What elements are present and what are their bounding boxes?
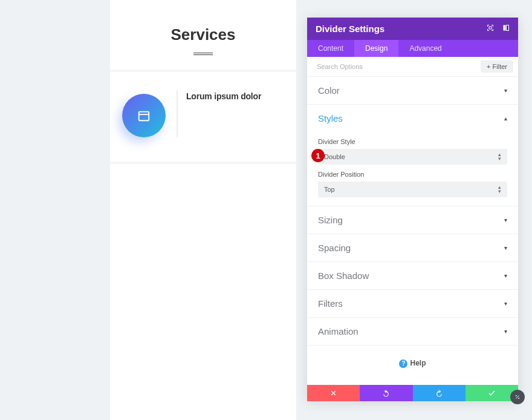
tab-content[interactable]: Content — [307, 40, 354, 57]
filter-button[interactable]: + Filter — [481, 61, 513, 73]
divider-style-label: Divider Style — [318, 138, 507, 145]
section-label-spacing: Spacing — [318, 243, 351, 253]
help-icon: ? — [399, 359, 407, 368]
chevron-down-icon: ▾ — [504, 217, 507, 223]
card-text: Lorum ipsum dolor — [177, 90, 261, 137]
chevron-down-icon: ▾ — [504, 272, 507, 279]
tab-design[interactable]: Design — [354, 40, 398, 57]
snap-icon[interactable] — [502, 24, 510, 33]
divider-style-value: Double — [324, 153, 345, 160]
redo-button[interactable] — [413, 385, 465, 401]
section-styles[interactable]: Styles ▴ — [307, 105, 518, 132]
section-label-color: Color — [318, 85, 340, 96]
search-row: + Filter — [307, 57, 518, 77]
select-arrows-icon: ▴▾ — [498, 153, 501, 161]
chevron-up-icon: ▴ — [504, 115, 507, 122]
filter-label: Filter — [493, 63, 507, 70]
section-filters[interactable]: Filters ▾ — [307, 290, 518, 318]
section-color[interactable]: Color ▾ — [307, 77, 518, 105]
preview-card: Lorum ipsum dolor — [110, 72, 296, 164]
tab-advanced[interactable]: Advanced — [398, 40, 452, 57]
panel-title: Divider Settings — [316, 24, 384, 34]
resize-handle[interactable] — [510, 390, 525, 404]
search-input[interactable] — [317, 63, 481, 70]
undo-button[interactable] — [360, 385, 412, 401]
calendar-icon — [122, 94, 166, 137]
styles-content: Divider Style 1 Double ▴▾ Divider Positi… — [307, 138, 518, 206]
panel-tabs: Content Design Advanced — [307, 40, 518, 57]
chevron-down-icon: ▾ — [504, 328, 507, 335]
section-label-filters: Filters — [318, 298, 343, 309]
panel-header[interactable]: Divider Settings — [307, 18, 518, 40]
chevron-down-icon: ▾ — [504, 244, 507, 251]
panel-body: Color ▾ Styles ▴ Divider Style 1 Double … — [307, 77, 518, 385]
svg-rect-4 — [507, 25, 509, 31]
section-label-styles: Styles — [318, 113, 343, 123]
chevron-down-icon: ▾ — [504, 300, 507, 307]
help-link[interactable]: ?Help — [307, 346, 518, 381]
divider-position-value: Top — [324, 186, 335, 193]
chevron-down-icon: ▾ — [504, 87, 507, 94]
svg-rect-3 — [504, 25, 506, 31]
svg-rect-0 — [139, 112, 149, 121]
panel-footer — [307, 385, 518, 401]
section-label-box-shadow: Box Shadow — [318, 271, 369, 281]
preview-divider — [193, 53, 213, 55]
select-arrows-icon: ▴▾ — [498, 185, 501, 194]
help-label: Help — [410, 359, 426, 367]
section-box-shadow[interactable]: Box Shadow ▾ — [307, 262, 518, 290]
annotation-badge-1: 1 — [311, 149, 325, 162]
divider-style-select[interactable]: Double ▴▾ — [318, 149, 507, 165]
section-animation[interactable]: Animation ▾ — [307, 318, 518, 346]
settings-panel: Divider Settings Content Design Advanced… — [307, 18, 518, 401]
cancel-button[interactable] — [307, 385, 360, 401]
svg-rect-2 — [489, 27, 491, 29]
card-heading: Lorum ipsum dolor — [186, 91, 261, 101]
expand-icon[interactable] — [487, 24, 494, 33]
divider-position-select[interactable]: Top ▴▾ — [318, 182, 507, 197]
preview-canvas: Services Lorum ipsum dolor — [110, 0, 296, 420]
section-sizing[interactable]: Sizing ▾ — [307, 206, 518, 234]
section-label-animation: Animation — [318, 326, 358, 336]
preview-title: Services — [110, 25, 296, 44]
section-spacing[interactable]: Spacing ▾ — [307, 234, 518, 262]
divider-position-label: Divider Position — [318, 171, 507, 178]
section-label-sizing: Sizing — [318, 215, 343, 225]
